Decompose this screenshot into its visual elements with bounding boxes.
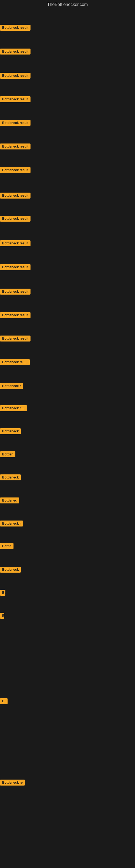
- bottleneck-result-row: Bottleneck: [0, 474, 21, 482]
- bottleneck-result-row: Bottleneck result: [0, 25, 31, 32]
- bottleneck-result-badge[interactable]: Bottleneck: [0, 428, 21, 434]
- bottleneck-result-row: Bottleneck result: [0, 73, 31, 80]
- bottleneck-result-row: Bottleneck resu: [0, 405, 27, 412]
- bottleneck-result-badge[interactable]: Bottleneck resu: [0, 405, 27, 411]
- bottleneck-result-badge[interactable]: B: [0, 590, 5, 596]
- bottleneck-result-badge[interactable]: Bottleneck: [0, 567, 21, 572]
- bottleneck-result-row: Bottleneck result: [0, 359, 30, 366]
- bottleneck-result-badge[interactable]: Bottleneck result: [0, 289, 31, 294]
- bottleneck-result-badge[interactable]: Bottleneck result: [0, 336, 31, 341]
- bottleneck-result-row: Bottleneck r: [0, 383, 23, 390]
- bottleneck-result-badge[interactable]: Bo: [0, 698, 8, 704]
- bottleneck-result-badge[interactable]: Bottlen: [0, 452, 15, 457]
- bottleneck-result-row: Bottleneck result: [0, 312, 31, 319]
- bottleneck-result-row: Bottlenec: [0, 497, 19, 504]
- bottleneck-result-badge[interactable]: Bottleneck result: [0, 240, 31, 246]
- bottleneck-result-badge[interactable]: Bottleneck result: [0, 216, 31, 222]
- bottleneck-result-row: Bottleneck result: [0, 96, 31, 103]
- bottleneck-result-row: Bottleneck result: [0, 167, 31, 174]
- bottleneck-result-badge[interactable]: Bottle: [0, 543, 13, 549]
- bottleneck-result-badge[interactable]: Bottleneck result: [0, 312, 31, 318]
- bottleneck-result-badge[interactable]: Bottleneck result: [0, 167, 31, 173]
- site-title: TheBottlenecker.com: [0, 0, 135, 9]
- bottleneck-result-badge[interactable]: Bottleneck result: [0, 49, 31, 55]
- bottleneck-result-badge[interactable]: Bottleneck result: [0, 193, 31, 198]
- bottleneck-result-row: Bottleneck result: [0, 240, 31, 247]
- bottleneck-result-badge[interactable]: Bottleneck r: [0, 521, 23, 527]
- bottleneck-result-row: Bottleneck r: [0, 521, 23, 528]
- bottleneck-result-row: Bottleneck result: [0, 144, 31, 151]
- bottleneck-result-row: Bottleneck: [0, 428, 21, 435]
- bottleneck-result-row: Bottle: [0, 543, 13, 550]
- bottleneck-result-row: Bottleneck re: [0, 780, 25, 786]
- bottleneck-result-row: Bottleneck result: [0, 49, 31, 56]
- bottleneck-result-row: Bottleneck result: [0, 193, 31, 199]
- bottleneck-result-badge[interactable]: Bottleneck result: [0, 264, 31, 270]
- bottleneck-result-row: Bottleneck result: [0, 289, 31, 296]
- bottleneck-result-row: Bottleneck result: [0, 216, 31, 223]
- bottleneck-result-badge[interactable]: Bottleneck result: [0, 73, 31, 79]
- bottleneck-result-badge[interactable]: Bottlenec: [0, 497, 19, 503]
- bottleneck-result-badge[interactable]: Bottleneck result: [0, 25, 31, 31]
- bottleneck-result-badge[interactable]: Bottleneck r: [0, 383, 23, 389]
- bottleneck-result-row: Bottleneck result: [0, 264, 31, 271]
- bottleneck-result-row: B: [0, 590, 5, 597]
- bottleneck-result-badge[interactable]: Bottleneck result: [0, 96, 31, 102]
- bottleneck-result-badge[interactable]: B: [0, 613, 4, 619]
- bottleneck-result-row: Bottleneck result: [0, 336, 31, 343]
- bottleneck-result-badge[interactable]: Bottleneck result: [0, 359, 30, 365]
- bottleneck-result-row: Bo: [0, 698, 8, 705]
- bottleneck-result-row: B: [0, 613, 4, 620]
- bottleneck-result-badge[interactable]: Bottleneck result: [0, 144, 31, 150]
- bottleneck-result-row: Bottleneck: [0, 567, 21, 574]
- bottleneck-result-badge[interactable]: Bottleneck re: [0, 780, 25, 785]
- bottleneck-result-row: Bottlen: [0, 452, 15, 458]
- bottleneck-result-badge[interactable]: Bottleneck: [0, 474, 21, 480]
- bottleneck-result-badge[interactable]: Bottleneck result: [0, 120, 31, 126]
- bottleneck-result-row: Bottleneck result: [0, 120, 31, 127]
